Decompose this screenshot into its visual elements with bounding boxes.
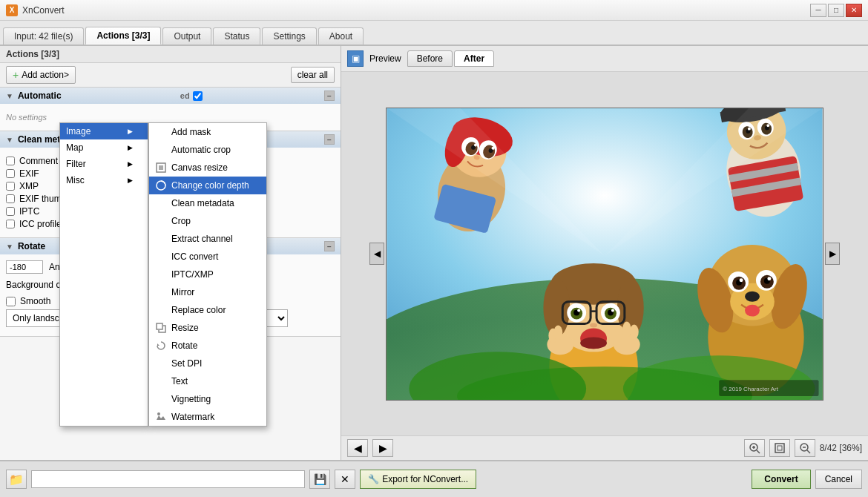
preview-info: 8/42 [36%] bbox=[820, 443, 862, 453]
svg-point-78 bbox=[745, 304, 760, 316]
xmp-checkbox[interactable] bbox=[6, 182, 15, 191]
svg-rect-88 bbox=[775, 444, 784, 452]
text-icon bbox=[155, 375, 167, 387]
delete-button[interactable]: ✕ bbox=[335, 470, 355, 489]
tab-output[interactable]: Output bbox=[162, 27, 211, 45]
resize-item[interactable]: Resize bbox=[149, 319, 266, 337]
change-color-depth-item[interactable]: Change color depth bbox=[149, 177, 266, 194]
enabled-label: ed bbox=[180, 91, 190, 100]
categories-menu: Image Map Filter Misc bbox=[59, 122, 148, 427]
title-bar-text: XnConvert bbox=[22, 5, 65, 16]
svg-line-91 bbox=[807, 450, 810, 453]
export-icon: 🔧 bbox=[368, 474, 379, 484]
output-path-input[interactable] bbox=[31, 470, 305, 488]
folder-button[interactable]: 📁 bbox=[6, 470, 27, 489]
rotate-icon bbox=[155, 340, 167, 352]
image-menu-item[interactable]: Image bbox=[60, 123, 148, 139]
next-button[interactable]: ▶ bbox=[372, 439, 393, 457]
cancel-button[interactable]: Cancel bbox=[815, 470, 862, 489]
map-menu-item[interactable]: Map bbox=[60, 139, 148, 156]
automatic-crop-item[interactable]: Automatic crop bbox=[149, 141, 266, 159]
comment-checkbox[interactable] bbox=[6, 157, 15, 165]
crop-item[interactable]: Crop bbox=[149, 212, 266, 230]
replace-color-item[interactable]: Replace color bbox=[149, 301, 266, 319]
plus-icon: + bbox=[13, 69, 19, 81]
exif-thumbnail-checkbox[interactable] bbox=[6, 194, 15, 203]
collapse-icon: ▼ bbox=[6, 136, 13, 144]
watermark-icon bbox=[155, 411, 167, 423]
automatic-section-header[interactable]: ▼ Automatic ed − bbox=[0, 88, 341, 104]
watermark-item[interactable]: Watermark bbox=[149, 408, 266, 426]
canvas-resize-item[interactable]: Canvas resize bbox=[149, 159, 266, 177]
mirror-item[interactable]: Mirror bbox=[149, 283, 266, 301]
angle-input[interactable] bbox=[6, 260, 43, 274]
export-button[interactable]: 🔧 Export for NConvert... bbox=[360, 470, 476, 489]
misc-menu-item[interactable]: Misc bbox=[60, 172, 148, 188]
svg-point-63 bbox=[630, 324, 639, 339]
crop-icon bbox=[155, 215, 167, 227]
clean-metadata-icon bbox=[155, 197, 167, 209]
icc-profile-checkbox[interactable] bbox=[6, 220, 15, 228]
iptc-label: IPTC bbox=[19, 206, 39, 217]
rotate-item[interactable]: Rotate bbox=[149, 337, 266, 355]
extract-channel-icon bbox=[155, 233, 167, 245]
iptc-checkbox[interactable] bbox=[6, 207, 15, 216]
preview-icon: ▣ bbox=[347, 50, 364, 67]
change-color-depth-icon bbox=[155, 180, 167, 191]
automatic-title: Automatic bbox=[18, 90, 62, 101]
svg-point-53 bbox=[611, 309, 614, 312]
tab-about[interactable]: About bbox=[318, 27, 364, 45]
icc-convert-item[interactable]: ICC convert bbox=[149, 248, 266, 266]
vignetting-icon bbox=[155, 393, 167, 405]
minimize-button[interactable]: ─ bbox=[810, 4, 826, 17]
text-item[interactable]: Text bbox=[149, 372, 266, 390]
preview-image-wrapper: © 2019 Character Art ◀ ▶ bbox=[386, 108, 823, 401]
save-button[interactable]: 💾 bbox=[309, 470, 330, 489]
clear-all-button[interactable]: clear all bbox=[291, 67, 335, 83]
main-layout: Actions [3/3] + Add action> clear all ▼ … bbox=[0, 46, 868, 460]
clean-metadata-item[interactable]: Clean metadata bbox=[149, 194, 266, 212]
preview-header: ▣ Preview Before After bbox=[341, 46, 868, 72]
add-mask-icon bbox=[155, 126, 167, 138]
tab-input[interactable]: Input: 42 file(s) bbox=[3, 27, 84, 45]
tab-settings[interactable]: Settings bbox=[262, 27, 316, 45]
clean-metadata-remove-icon[interactable]: − bbox=[324, 134, 335, 145]
iptc-xmp-icon bbox=[155, 269, 167, 280]
after-tab[interactable]: After bbox=[454, 50, 494, 67]
iptc-xmp-item[interactable]: IPTC/XMP bbox=[149, 266, 266, 283]
smooth-checkbox[interactable] bbox=[6, 297, 16, 306]
resize-icon bbox=[155, 322, 167, 334]
automatic-enabled-checkbox[interactable] bbox=[193, 91, 203, 101]
tab-status[interactable]: Status bbox=[213, 27, 260, 45]
automatic-crop-icon bbox=[155, 144, 167, 156]
collapse-icon: ▼ bbox=[6, 243, 13, 251]
next-image-button[interactable]: ▶ bbox=[825, 243, 840, 265]
xmp-label: XMP bbox=[19, 181, 39, 191]
icc-convert-icon bbox=[155, 251, 167, 263]
zoom-fit-button[interactable] bbox=[769, 439, 790, 457]
add-mask-item[interactable]: Add mask bbox=[149, 123, 266, 141]
zoom-out-button[interactable] bbox=[795, 439, 815, 457]
filter-menu-item[interactable]: Filter bbox=[60, 156, 148, 172]
preview-image-svg: © 2019 Character Art bbox=[386, 108, 823, 401]
rotate-remove-icon[interactable]: − bbox=[324, 241, 335, 251]
prev-button[interactable]: ◀ bbox=[347, 439, 368, 457]
canvas-resize-icon bbox=[155, 162, 167, 174]
comment-label: Comment bbox=[19, 156, 58, 166]
svg-point-76 bbox=[767, 277, 771, 280]
svg-point-54 bbox=[590, 323, 597, 327]
add-action-button[interactable]: + Add action> bbox=[6, 66, 76, 84]
convert-button[interactable]: Convert bbox=[752, 470, 810, 489]
svg-point-56 bbox=[580, 337, 607, 349]
tab-actions[interactable]: Actions [3/3] bbox=[85, 27, 161, 45]
close-button[interactable]: ✕ bbox=[846, 4, 862, 17]
exif-checkbox[interactable] bbox=[6, 169, 15, 178]
extract-channel-item[interactable]: Extract channel bbox=[149, 230, 266, 248]
zoom-in-button[interactable] bbox=[744, 439, 765, 457]
before-tab[interactable]: Before bbox=[407, 50, 453, 67]
automatic-remove-icon[interactable]: − bbox=[324, 90, 335, 101]
set-dpi-item[interactable]: Set DPI bbox=[149, 355, 266, 372]
prev-image-button[interactable]: ◀ bbox=[369, 243, 384, 265]
vignetting-item[interactable]: Vignetting bbox=[149, 390, 266, 408]
maximize-button[interactable]: □ bbox=[828, 4, 844, 17]
